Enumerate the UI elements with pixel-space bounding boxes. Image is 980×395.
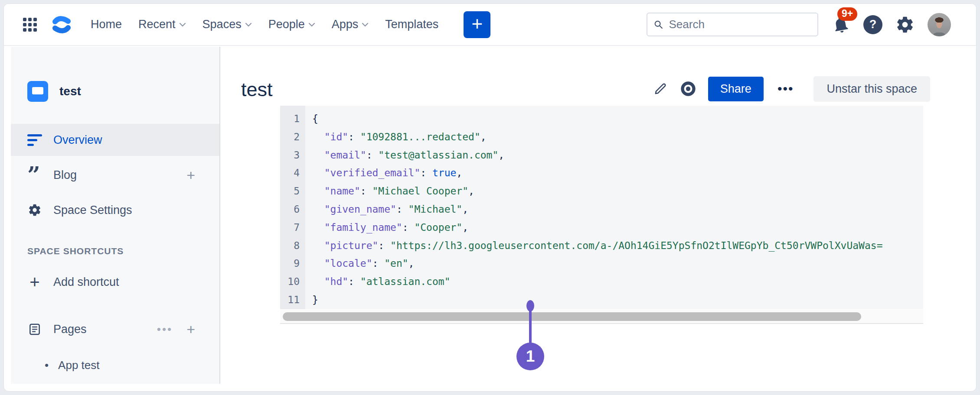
add-shortcut-button[interactable]: + Add shortcut xyxy=(11,266,219,298)
settings-button[interactable] xyxy=(895,15,915,34)
space-header[interactable]: test xyxy=(11,77,219,106)
space-shortcuts-heading: SPACE SHORTCUTS xyxy=(27,246,124,256)
unstar-space-button[interactable]: Unstar this space xyxy=(813,76,930,102)
create-button[interactable]: + xyxy=(464,11,490,38)
chevron-down-icon xyxy=(362,23,369,27)
sidebar-item-blog[interactable]: ” Blog + xyxy=(11,159,219,191)
chevron-down-icon xyxy=(245,23,252,27)
search-input[interactable] xyxy=(669,18,811,31)
top-navigation-bar: Home Recent Spaces People Apps Templates xyxy=(4,4,976,46)
line-number: 6 xyxy=(280,201,300,219)
sidebar-item-label: Add shortcut xyxy=(53,275,119,289)
code-line: { xyxy=(312,110,923,128)
code-line: "family_name": "Cooper", xyxy=(312,219,923,237)
space-sidebar: test Overview ” Blog + Space Settings SP… xyxy=(11,47,220,384)
plus-icon: + xyxy=(27,275,42,288)
line-number: 9 xyxy=(280,255,300,273)
sidebar-item-label: Space Settings xyxy=(53,204,132,217)
code-line-numbers: 1234567891011 xyxy=(280,106,305,309)
space-avatar-icon xyxy=(27,81,48,102)
line-number: 11 xyxy=(280,291,300,309)
line-number: 7 xyxy=(280,219,300,237)
line-number: 10 xyxy=(280,273,300,291)
code-line: "id": "1092881...redacted", xyxy=(312,128,923,146)
horizontal-scrollbar-thumb[interactable] xyxy=(283,312,861,321)
code-line: } xyxy=(312,291,923,309)
line-number: 8 xyxy=(280,237,300,255)
overview-icon xyxy=(27,134,42,146)
code-line: "verified_email": true, xyxy=(312,164,923,182)
code-line: "email": "test@atlassian.com", xyxy=(312,146,923,165)
nav-item-apps[interactable]: Apps xyxy=(332,18,369,31)
nav-label: Apps xyxy=(332,18,359,31)
nav-label: Templates xyxy=(385,18,438,31)
bullet-icon: • xyxy=(45,359,49,372)
space-name: test xyxy=(59,84,81,98)
sidebar-item-label: Pages xyxy=(53,323,87,336)
plus-icon: + xyxy=(471,14,483,33)
primary-nav: Home Recent Spaces People Apps Templates xyxy=(91,18,438,31)
annotation-marker-1: 1 xyxy=(516,343,544,370)
pages-more-button[interactable]: ••• xyxy=(157,323,173,336)
notification-badge: 9+ xyxy=(837,7,857,21)
code-content: { "id": "1092881...redacted", "email": "… xyxy=(305,106,923,309)
annotation-pointer-line xyxy=(529,307,532,344)
code-line: "picture": "https://lh3.googleuserconten… xyxy=(312,237,923,255)
gear-icon xyxy=(895,15,915,34)
chevron-down-icon xyxy=(308,23,315,27)
code-line: "name": "Michael Cooper", xyxy=(312,182,923,201)
nav-label: Spaces xyxy=(203,18,242,31)
page-item-label: App test xyxy=(58,359,99,372)
code-block: 1234567891011 { "id": "1092881...redacte… xyxy=(280,106,923,309)
sidebar-item-space-settings[interactable]: Space Settings xyxy=(11,194,219,226)
edit-button[interactable] xyxy=(653,81,668,97)
nav-label: Home xyxy=(91,18,122,31)
nav-item-spaces[interactable]: Spaces xyxy=(203,18,252,31)
add-page-button[interactable]: + xyxy=(186,321,195,338)
eye-icon xyxy=(679,80,697,97)
add-blog-post-button[interactable]: + xyxy=(186,167,195,184)
search-box[interactable] xyxy=(647,13,818,36)
sidebar-item-label: Blog xyxy=(53,168,77,182)
nav-item-people[interactable]: People xyxy=(268,18,315,31)
topnav-right-cluster: 9+ ? xyxy=(647,13,951,36)
line-number: 3 xyxy=(280,146,300,165)
more-actions-button[interactable]: ••• xyxy=(775,81,797,96)
line-number: 1 xyxy=(280,110,300,128)
sidebar-item-pages[interactable]: Pages ••• + xyxy=(11,313,219,345)
sidebar-item-label: Overview xyxy=(53,133,102,147)
nav-item-recent[interactable]: Recent xyxy=(138,18,186,31)
share-button[interactable]: Share xyxy=(708,77,764,101)
sidebar-item-overview[interactable]: Overview xyxy=(11,124,219,156)
nav-item-home[interactable]: Home xyxy=(91,18,122,31)
quote-icon: ” xyxy=(27,168,42,181)
pencil-icon xyxy=(653,81,668,97)
page-toolbar: Share ••• Unstar this space xyxy=(653,76,930,102)
code-line: "given_name": "Michael", xyxy=(312,201,923,219)
line-number: 5 xyxy=(280,182,300,201)
gear-icon xyxy=(27,203,42,217)
notifications-button[interactable]: 9+ xyxy=(831,15,850,34)
confluence-window: Home Recent Spaces People Apps Templates xyxy=(3,3,977,392)
chevron-down-icon xyxy=(179,23,186,27)
page-title: test xyxy=(241,78,273,101)
pages-icon xyxy=(27,322,42,336)
code-line: "locale": "en", xyxy=(312,255,923,273)
question-mark-icon: ? xyxy=(863,15,882,34)
nav-item-templates[interactable]: Templates xyxy=(385,18,438,31)
watch-button[interactable] xyxy=(679,80,697,97)
nav-label: People xyxy=(268,18,305,31)
line-number: 4 xyxy=(280,164,300,182)
line-number: 2 xyxy=(280,128,300,146)
search-icon xyxy=(653,19,663,30)
nav-label: Recent xyxy=(138,18,176,31)
app-switcher-icon[interactable] xyxy=(23,18,37,32)
confluence-logo-icon[interactable] xyxy=(52,16,71,34)
code-line: "hd": "atlassian.com" xyxy=(312,273,923,291)
sidebar-page-app-test[interactable]: • App test xyxy=(11,349,219,381)
horizontal-scrollbar-track[interactable] xyxy=(280,310,923,324)
help-button[interactable]: ? xyxy=(863,15,882,34)
user-avatar[interactable] xyxy=(928,13,951,36)
